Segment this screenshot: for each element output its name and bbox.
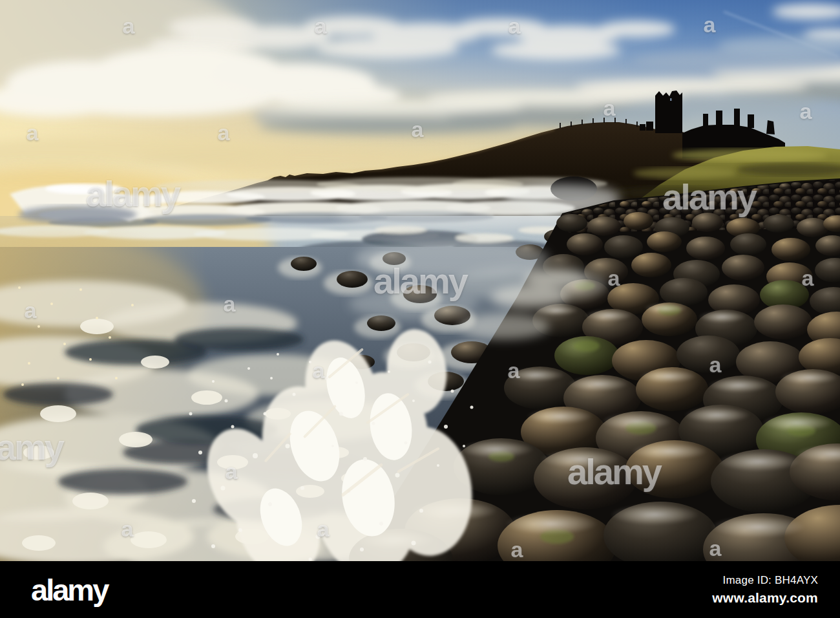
website-text: www.alamy.com: [712, 590, 818, 606]
coastal-scene: [0, 0, 840, 561]
footer-bar: alamy Image ID: BH4AYX www.alamy.com: [0, 561, 840, 618]
stock-photo: alamyalamyalamyalamyalamyaaaaaaaaaaaaaaa…: [0, 0, 840, 561]
footer-info: Image ID: BH4AYX www.alamy.com: [712, 574, 818, 606]
castle-window: [670, 98, 672, 101]
stock-photo-page: alamyalamyalamyalamyalamyaaaaaaaaaaaaaaa…: [0, 0, 840, 618]
image-id-text: Image ID: BH4AYX: [712, 574, 818, 587]
alamy-logo: alamy: [31, 575, 107, 605]
